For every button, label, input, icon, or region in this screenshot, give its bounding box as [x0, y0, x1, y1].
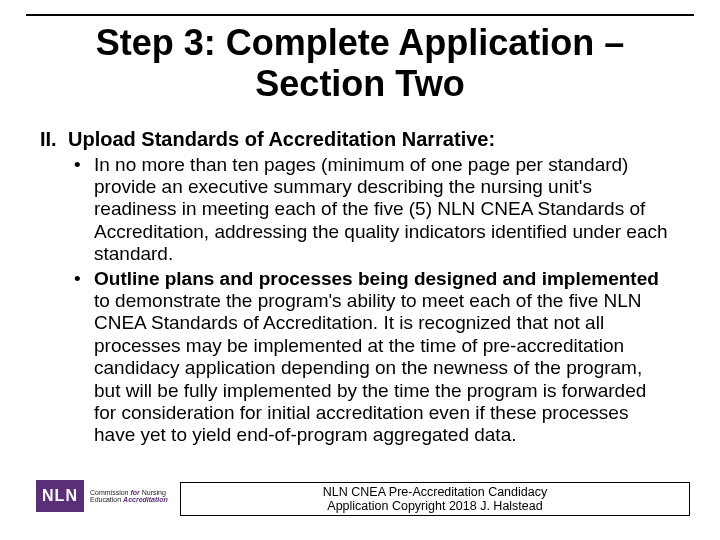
list-item: In no more than ten pages (minimum of on… [68, 154, 672, 266]
logo-abbrev: NLN [42, 487, 78, 505]
title-line-1: Step 3: Complete Application – [96, 22, 625, 63]
footer-line-2: Application Copyright 2018 J. Halstead [327, 499, 542, 513]
logo-text-line-2: Education Accreditation [90, 496, 168, 503]
slide: Step 3: Complete Application – Section T… [0, 0, 720, 540]
footer-text: NLN CNEA Pre-Accreditation Candidacy App… [323, 485, 547, 514]
list-item: Outline plans and processes being design… [68, 268, 672, 447]
nln-logo-mark: NLN [36, 480, 84, 512]
nln-logo: NLN Commission for Nursing Education Acc… [36, 480, 168, 512]
bullet-list: In no more than ten pages (minimum of on… [40, 154, 672, 447]
body-content: II. Upload Standards of Accreditation Na… [40, 128, 672, 449]
bullet-2-lead: Outline plans and processes being design… [94, 268, 659, 289]
nln-logo-text: Commission for Nursing Education Accredi… [90, 489, 168, 504]
title-line-2: Section Two [255, 63, 464, 104]
top-rule [26, 14, 694, 16]
section-heading: II. Upload Standards of Accreditation Na… [40, 128, 672, 152]
bullet-2-rest: to demonstrate the program's ability to … [94, 290, 646, 445]
section-number: II. [40, 128, 68, 152]
bullet-1-text: In no more than ten pages (minimum of on… [94, 154, 668, 265]
slide-title: Step 3: Complete Application – Section T… [40, 22, 680, 105]
section-heading-text: Upload Standards of Accreditation Narrat… [68, 128, 495, 152]
logo-text-line-1: Commission for Nursing [90, 489, 168, 496]
footer-bar: NLN CNEA Pre-Accreditation Candidacy App… [180, 482, 690, 516]
footer-line-1: NLN CNEA Pre-Accreditation Candidacy [323, 485, 547, 499]
